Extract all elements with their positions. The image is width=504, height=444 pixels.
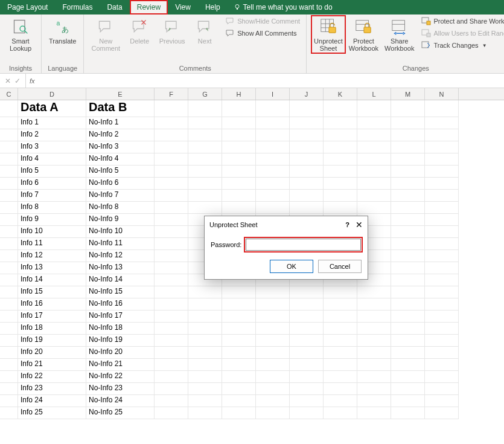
smart-lookup-button[interactable]: Smart Lookup: [5, 16, 36, 53]
cell[interactable]: [391, 286, 425, 298]
cell[interactable]: No-Info 22: [86, 371, 155, 383]
cell[interactable]: [425, 310, 459, 323]
cell[interactable]: [290, 166, 324, 178]
cancel-formula-icon[interactable]: ✕: [5, 77, 11, 85]
cell[interactable]: No-Info 25: [86, 407, 155, 419]
cell[interactable]: [0, 238, 18, 250]
cell[interactable]: [425, 286, 459, 298]
cell[interactable]: [324, 335, 357, 347]
cell[interactable]: [324, 286, 357, 298]
cell[interactable]: Info 18: [18, 323, 86, 335]
cell[interactable]: [425, 202, 459, 214]
ok-button[interactable]: OK: [270, 260, 313, 273]
cell[interactable]: [256, 190, 290, 202]
cell[interactable]: [425, 262, 459, 274]
cell[interactable]: Info 16: [18, 298, 86, 310]
tellme-search[interactable]: Tell me what you want to do: [228, 0, 339, 14]
cell[interactable]: [256, 407, 290, 419]
protect-share-workbook-button[interactable]: Protect and Share Workbook: [420, 16, 504, 27]
column-header-g[interactable]: G: [188, 88, 222, 100]
cell[interactable]: [222, 310, 256, 323]
cell[interactable]: [155, 310, 188, 323]
cell[interactable]: [0, 335, 18, 347]
cell[interactable]: [0, 166, 18, 178]
cell[interactable]: [357, 202, 391, 214]
cell[interactable]: [256, 117, 290, 129]
cell[interactable]: [357, 407, 391, 419]
cell[interactable]: [425, 274, 459, 286]
cell[interactable]: No-Info 5: [86, 166, 155, 178]
column-header-f[interactable]: F: [155, 88, 188, 100]
cell[interactable]: [0, 310, 18, 323]
cell[interactable]: [391, 395, 425, 407]
cell[interactable]: No-Info 10: [86, 226, 155, 238]
cell[interactable]: [0, 190, 18, 202]
cell[interactable]: [425, 323, 459, 335]
cell[interactable]: [425, 214, 459, 226]
column-header-k[interactable]: K: [324, 88, 357, 100]
cell[interactable]: [155, 323, 188, 335]
tab-data[interactable]: Data: [100, 0, 129, 14]
formula-input[interactable]: [39, 76, 504, 86]
cell[interactable]: [188, 166, 222, 178]
dialog-titlebar[interactable]: Unprotect Sheet ? ✕: [205, 216, 368, 233]
cell[interactable]: [0, 250, 18, 262]
cell[interactable]: [425, 407, 459, 419]
column-header-m[interactable]: M: [391, 88, 425, 100]
cell[interactable]: [324, 153, 357, 166]
cell[interactable]: [256, 141, 290, 153]
cell[interactable]: No-Info 15: [86, 286, 155, 298]
cell[interactable]: [357, 141, 391, 153]
cell[interactable]: [357, 383, 391, 395]
cell[interactable]: [188, 407, 222, 419]
cell[interactable]: [425, 129, 459, 141]
cell[interactable]: [357, 371, 391, 383]
cell[interactable]: [188, 371, 222, 383]
cell[interactable]: [222, 359, 256, 371]
cell[interactable]: [391, 202, 425, 214]
cell[interactable]: No-Info 3: [86, 141, 155, 153]
column-header-l[interactable]: L: [357, 88, 391, 100]
cell[interactable]: [357, 190, 391, 202]
cell[interactable]: [155, 347, 188, 359]
cell[interactable]: [222, 190, 256, 202]
cell[interactable]: [222, 286, 256, 298]
cell[interactable]: [155, 335, 188, 347]
cell[interactable]: Info 12: [18, 250, 86, 262]
cell[interactable]: [357, 100, 391, 117]
cell[interactable]: [391, 407, 425, 419]
cell[interactable]: [256, 371, 290, 383]
delete-comment-button[interactable]: Delete: [124, 16, 155, 46]
cell[interactable]: [290, 202, 324, 214]
cell[interactable]: Info 17: [18, 310, 86, 323]
column-header-j[interactable]: J: [290, 88, 324, 100]
cell[interactable]: [222, 153, 256, 166]
dialog-help-button[interactable]: ?: [345, 221, 349, 228]
column-header-c[interactable]: C: [0, 88, 18, 100]
cell[interactable]: No-Info 2: [86, 129, 155, 141]
cell[interactable]: [425, 371, 459, 383]
share-workbook-button[interactable]: Share Workbook: [382, 16, 416, 53]
cell[interactable]: [0, 383, 18, 395]
cell[interactable]: [0, 178, 18, 190]
cell[interactable]: [324, 202, 357, 214]
cell[interactable]: [357, 129, 391, 141]
cell[interactable]: Info 1: [18, 117, 86, 129]
cell[interactable]: [0, 371, 18, 383]
cell[interactable]: [290, 286, 324, 298]
cell[interactable]: [188, 153, 222, 166]
cell[interactable]: [188, 298, 222, 310]
cell[interactable]: [155, 100, 188, 117]
cell[interactable]: [425, 100, 459, 117]
column-header-n[interactable]: N: [425, 88, 459, 100]
cell[interactable]: [222, 117, 256, 129]
cell[interactable]: No-Info 7: [86, 190, 155, 202]
cell[interactable]: [391, 250, 425, 262]
cell[interactable]: [357, 117, 391, 129]
cell[interactable]: [290, 117, 324, 129]
cell[interactable]: Info 13: [18, 262, 86, 274]
cell[interactable]: [324, 323, 357, 335]
cell[interactable]: [155, 178, 188, 190]
cell[interactable]: [324, 359, 357, 371]
cell[interactable]: [290, 335, 324, 347]
